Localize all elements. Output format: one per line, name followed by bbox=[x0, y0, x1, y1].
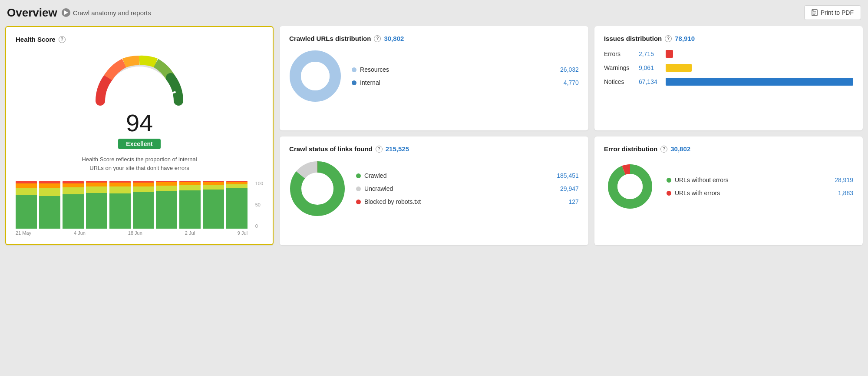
y-label-0: 0 bbox=[255, 223, 263, 229]
crawl-status-title: Crawl status of links found ? 215,525 bbox=[289, 145, 579, 153]
crawled-urls-help-icon[interactable]: ? bbox=[374, 35, 381, 42]
header-left: Overview Crawl anatomy and reports bbox=[7, 6, 151, 20]
page-title: Overview bbox=[7, 6, 57, 20]
health-score-card: Health Score ? bbox=[5, 26, 274, 245]
play-icon bbox=[62, 8, 70, 17]
crawled-label: Crawled bbox=[364, 172, 386, 179]
issues-help-icon[interactable]: ? bbox=[665, 35, 672, 42]
history-bar-item bbox=[63, 181, 84, 229]
warnings-bar bbox=[666, 64, 692, 72]
internal-dot bbox=[352, 80, 356, 85]
svg-point-3 bbox=[301, 62, 330, 90]
legend-resources: Resources 26,032 bbox=[352, 66, 579, 73]
legend-blocked: Blocked by robots.txt 127 bbox=[356, 198, 579, 205]
history-bar bbox=[109, 181, 131, 229]
notices-bar bbox=[666, 78, 853, 86]
error-dist-help-icon[interactable]: ? bbox=[660, 146, 667, 153]
history-bar bbox=[156, 181, 177, 229]
chart-x-labels: 21 May 4 Jun 18 Jun 2 Jul 9 Jul bbox=[16, 230, 263, 236]
blocked-label: Blocked by robots.txt bbox=[364, 198, 421, 205]
error-dist-total: 30,802 bbox=[670, 145, 690, 153]
crawl-status-donut-container: Crawled 185,451 Uncrawled 29,947 Blocked… bbox=[289, 160, 579, 217]
resources-dot bbox=[352, 67, 356, 72]
warnings-label: Warnings bbox=[604, 64, 634, 71]
issues-title: Issues distribution ? 78,910 bbox=[604, 35, 853, 42]
breadcrumb: Crawl anatomy and reports bbox=[62, 8, 151, 17]
history-bar-item bbox=[203, 181, 224, 229]
history-bar bbox=[133, 181, 154, 229]
crawl-status-help-icon[interactable]: ? bbox=[376, 146, 383, 153]
history-bar-item bbox=[133, 181, 154, 229]
health-score-help-icon[interactable]: ? bbox=[59, 36, 66, 43]
errors-count: 2,715 bbox=[639, 50, 661, 57]
internal-value: 4,770 bbox=[564, 79, 579, 86]
error-distribution-card: Error distribution ? 30,802 URLs without… bbox=[594, 136, 863, 245]
crawled-urls-total: 30,802 bbox=[384, 35, 404, 42]
uncrawled-label: Uncrawled bbox=[364, 185, 393, 192]
history-bar-item bbox=[156, 181, 177, 229]
history-bar-item bbox=[16, 181, 37, 229]
x-label-3: 2 Jul bbox=[185, 230, 195, 236]
x-label-0: 21 May bbox=[16, 230, 31, 236]
crawled-urls-card: Crawled URLs distribution ? 30,802 Resou… bbox=[280, 26, 588, 130]
health-description: Health Score reflects the proportion of … bbox=[79, 155, 200, 172]
error-dist-donut bbox=[604, 160, 656, 213]
with-errors-value: 1,883 bbox=[838, 190, 853, 196]
health-score-title: Health Score ? bbox=[16, 36, 263, 43]
uncrawled-value: 29,947 bbox=[560, 185, 579, 192]
no-errors-value: 28,919 bbox=[835, 176, 853, 183]
print-to-pdf-button[interactable]: Print to PDF bbox=[804, 5, 861, 20]
history-bars bbox=[16, 181, 263, 229]
x-label-1: 4 Jun bbox=[74, 230, 86, 236]
notices-bar-wrap bbox=[666, 78, 853, 86]
no-errors-label: URLs without errors bbox=[675, 176, 729, 183]
crawled-urls-legend: Resources 26,032 Internal 4,770 bbox=[352, 66, 579, 86]
legend-internal: Internal 4,770 bbox=[352, 79, 579, 86]
page-header: Overview Crawl anatomy and reports Print… bbox=[5, 5, 863, 20]
notices-label: Notices bbox=[604, 78, 634, 85]
legend-crawled: Crawled 185,451 bbox=[356, 172, 579, 179]
history-bar-item bbox=[179, 181, 201, 229]
error-dist-donut-container: URLs without errors 28,919 URLs with err… bbox=[604, 160, 853, 213]
crawl-status-card: Crawl status of links found ? 215,525 Cr… bbox=[280, 136, 588, 245]
crawled-dot bbox=[356, 173, 361, 178]
pdf-icon bbox=[812, 9, 818, 16]
history-bar-item bbox=[226, 181, 248, 229]
legend-with-errors: URLs with errors 1,883 bbox=[667, 190, 853, 196]
history-bar bbox=[179, 181, 201, 229]
history-bar bbox=[39, 181, 60, 229]
svg-point-11 bbox=[617, 174, 643, 199]
svg-point-8 bbox=[302, 173, 333, 204]
blocked-value: 127 bbox=[569, 198, 579, 205]
health-score-gauge-wrap bbox=[92, 51, 187, 107]
error-dist-legend: URLs without errors 28,919 URLs with err… bbox=[667, 176, 853, 196]
history-bar-item bbox=[109, 181, 131, 229]
health-score-gauge bbox=[92, 51, 187, 107]
with-errors-label: URLs with errors bbox=[675, 190, 720, 196]
print-label: Print to PDF bbox=[821, 9, 854, 16]
health-history-chart: 100 50 0 21 May 4 Jun 18 Jun 2 Jul 9 Jul bbox=[16, 181, 263, 236]
issues-list: Errors 2,715 Warnings 9,061 Notices 67,1… bbox=[604, 50, 853, 86]
crawled-value: 185,451 bbox=[557, 172, 579, 179]
breadcrumb-text: Crawl anatomy and reports bbox=[73, 9, 151, 17]
chart-y-axis: 100 50 0 bbox=[255, 181, 263, 229]
history-bar bbox=[16, 181, 37, 229]
crawl-status-donut bbox=[289, 160, 346, 217]
excellent-badge-wrap: Excellent bbox=[118, 135, 160, 149]
errors-bar-wrap bbox=[666, 50, 853, 58]
resources-value: 26,032 bbox=[560, 66, 579, 73]
crawl-status-legend: Crawled 185,451 Uncrawled 29,947 Blocked… bbox=[356, 172, 579, 205]
health-score-number: 94 bbox=[126, 111, 153, 135]
x-label-2: 18 Jun bbox=[128, 230, 142, 236]
crawl-status-total: 215,525 bbox=[386, 145, 409, 153]
svg-line-4 bbox=[139, 92, 175, 101]
legend-uncrawled: Uncrawled 29,947 bbox=[356, 185, 579, 192]
history-bar-item bbox=[86, 181, 107, 229]
notices-count: 67,134 bbox=[639, 78, 661, 85]
issue-errors-row: Errors 2,715 bbox=[604, 50, 853, 58]
issue-notices-row: Notices 67,134 bbox=[604, 78, 853, 86]
warnings-bar-wrap bbox=[666, 64, 853, 72]
no-errors-dot bbox=[667, 178, 671, 183]
errors-bar bbox=[666, 50, 673, 58]
legend-no-errors: URLs without errors 28,919 bbox=[667, 176, 853, 183]
